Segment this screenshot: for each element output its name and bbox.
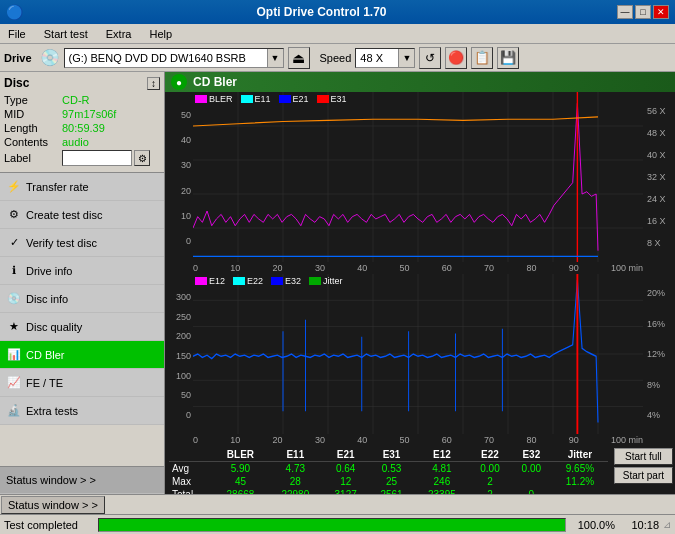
speed-confirm-button[interactable]: ↺ bbox=[419, 47, 441, 69]
avg-e31: 0.53 bbox=[369, 462, 415, 476]
disc-mid-value: 97m17s06f bbox=[62, 108, 160, 120]
extra-tests-icon: 🔬 bbox=[6, 403, 22, 419]
cd-bler-icon: 📊 bbox=[6, 347, 22, 363]
nav-drive-info[interactable]: ℹ Drive info bbox=[0, 257, 164, 285]
top-y-right-8x: 8 X bbox=[647, 238, 673, 248]
progress-track bbox=[98, 518, 566, 532]
drive-dropdown-arrow[interactable]: ▼ bbox=[267, 49, 283, 67]
disc-panel-title: Disc bbox=[4, 76, 29, 90]
x2-label-100min: 100 min bbox=[611, 435, 643, 445]
drive-label: Drive bbox=[4, 52, 32, 64]
status-bar: Status window > > bbox=[0, 494, 675, 514]
start-part-button[interactable]: Start part bbox=[614, 467, 673, 484]
sidebar: Disc ↕ Type CD-R MID 97m17s06f Length 80… bbox=[0, 72, 165, 494]
nav-cd-bler-label: CD Bler bbox=[26, 349, 65, 361]
nav-fe-te[interactable]: 📈 FE / TE bbox=[0, 369, 164, 397]
row-max-label: Max bbox=[169, 475, 213, 488]
top-y-right-48x: 48 X bbox=[647, 128, 673, 138]
bot-y-left-50: 50 bbox=[167, 390, 191, 400]
disc-quality-icon: ★ bbox=[6, 319, 22, 335]
nav-create-test-disc[interactable]: ⚙ Create test disc bbox=[0, 201, 164, 229]
x-label-20: 20 bbox=[273, 263, 283, 273]
x-label-80: 80 bbox=[526, 263, 536, 273]
bot-y-right-12pct: 12% bbox=[647, 349, 673, 359]
max-jitter: 11.2% bbox=[552, 475, 608, 488]
total-jitter bbox=[552, 488, 608, 494]
top-y-left-0: 0 bbox=[167, 236, 191, 246]
disc-label-button[interactable]: ⚙ bbox=[134, 150, 150, 166]
avg-bler: 5.90 bbox=[213, 462, 268, 476]
progress-fill bbox=[99, 519, 565, 531]
drive-select[interactable]: (G:) BENQ DVD DD DW1640 BSRB ▼ bbox=[64, 48, 284, 68]
legend-e22-label: E22 bbox=[247, 276, 263, 286]
legend-e11-label: E11 bbox=[255, 94, 271, 104]
legend-e12-label: E12 bbox=[209, 276, 225, 286]
top-y-right-56x: 56 X bbox=[647, 106, 673, 116]
nav-transfer-rate[interactable]: ⚡ Transfer rate bbox=[0, 173, 164, 201]
start-full-button[interactable]: Start full bbox=[614, 448, 673, 465]
menu-file[interactable]: File bbox=[4, 28, 30, 40]
nav-fe-te-label: FE / TE bbox=[26, 377, 63, 389]
drive-select-value: (G:) BENQ DVD DD DW1640 BSRB bbox=[65, 52, 267, 64]
menu-help[interactable]: Help bbox=[145, 28, 176, 40]
fe-te-icon: 📈 bbox=[6, 375, 22, 391]
menu-start-test[interactable]: Start test bbox=[40, 28, 92, 40]
disc-label-label: Label bbox=[4, 152, 62, 164]
max-e22: 2 bbox=[469, 475, 510, 488]
disc-info-icon: 💿 bbox=[6, 291, 22, 307]
max-e21: 12 bbox=[323, 475, 369, 488]
action-button-2[interactable]: 📋 bbox=[471, 47, 493, 69]
chart-area: ● CD Bler 50 40 30 20 10 0 bbox=[165, 72, 675, 494]
x2-label-20: 20 bbox=[273, 435, 283, 445]
total-e32: 0 bbox=[511, 488, 552, 494]
x2-label-90: 90 bbox=[569, 435, 579, 445]
nav-disc-quality-label: Disc quality bbox=[26, 321, 82, 333]
avg-e11: 4.73 bbox=[268, 462, 323, 476]
bot-y-left-200: 200 bbox=[167, 331, 191, 341]
drive-eject-button[interactable]: ⏏ bbox=[288, 47, 310, 69]
nav-extra-tests[interactable]: 🔬 Extra tests bbox=[0, 397, 164, 425]
stats-table: BLER E11 E21 E31 E12 E22 E32 Jitter Avg bbox=[169, 448, 608, 494]
bot-y-left-150: 150 bbox=[167, 351, 191, 361]
minimize-button[interactable]: — bbox=[617, 5, 633, 19]
disc-panel-arrow[interactable]: ↕ bbox=[147, 77, 160, 90]
legend-e21: E21 bbox=[279, 94, 309, 104]
nav-cd-bler[interactable]: 📊 CD Bler bbox=[0, 341, 164, 369]
total-e31: 2561 bbox=[369, 488, 415, 494]
legend-bler-label: BLER bbox=[209, 94, 233, 104]
disc-label-input[interactable] bbox=[62, 150, 132, 166]
max-e31: 25 bbox=[369, 475, 415, 488]
col-header-empty bbox=[169, 448, 213, 462]
status-window-btn[interactable]: Status window > > bbox=[1, 496, 105, 514]
menu-extra[interactable]: Extra bbox=[102, 28, 136, 40]
bot-y-right-4pct: 4% bbox=[647, 410, 673, 420]
speed-dropdown-arrow[interactable]: ▼ bbox=[398, 49, 414, 67]
max-e11: 28 bbox=[268, 475, 323, 488]
status-window-button[interactable]: Status window > > bbox=[0, 466, 164, 494]
stats-table-section: BLER E11 E21 E31 E12 E22 E32 Jitter Avg bbox=[165, 446, 612, 494]
drive-row: Drive 💿 (G:) BENQ DVD DD DW1640 BSRB ▼ ⏏… bbox=[0, 44, 675, 72]
bot-y-left-300: 300 bbox=[167, 292, 191, 302]
maximize-button[interactable]: □ bbox=[635, 5, 651, 19]
speed-label: Speed bbox=[320, 52, 352, 64]
nav-disc-quality[interactable]: ★ Disc quality bbox=[0, 313, 164, 341]
col-header-e22: E22 bbox=[469, 448, 510, 462]
bot-y-left-100: 100 bbox=[167, 371, 191, 381]
disc-panel: Disc ↕ Type CD-R MID 97m17s06f Length 80… bbox=[0, 72, 164, 173]
max-bler: 45 bbox=[213, 475, 268, 488]
nav-verify-test-disc[interactable]: ✓ Verify test disc bbox=[0, 229, 164, 257]
legend-e11: E11 bbox=[241, 94, 271, 104]
row-avg-label: Avg bbox=[169, 462, 213, 476]
speed-select[interactable]: 48 X ▼ bbox=[355, 48, 415, 68]
create-test-disc-icon: ⚙ bbox=[6, 207, 22, 223]
chart-icon: ● bbox=[171, 74, 187, 90]
top-y-left-50: 50 bbox=[167, 110, 191, 120]
disc-contents-label: Contents bbox=[4, 136, 62, 148]
x-label-30: 30 bbox=[315, 263, 325, 273]
x2-label-80: 80 bbox=[526, 435, 536, 445]
action-button-1[interactable]: 🔴 bbox=[445, 47, 467, 69]
close-button[interactable]: ✕ bbox=[653, 5, 669, 19]
main-area: Disc ↕ Type CD-R MID 97m17s06f Length 80… bbox=[0, 72, 675, 494]
save-button[interactable]: 💾 bbox=[497, 47, 519, 69]
nav-disc-info[interactable]: 💿 Disc info bbox=[0, 285, 164, 313]
